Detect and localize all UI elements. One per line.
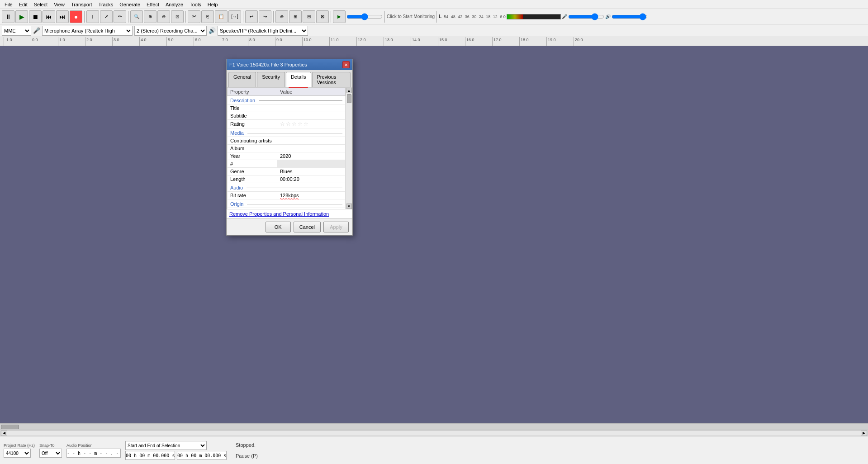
prop-album-value[interactable] — [277, 145, 346, 152]
paste-button[interactable]: 📋 — [215, 10, 228, 23]
dialog-body: Property Value Description Title — [227, 87, 352, 218]
scroll-up-arrow[interactable]: ▲ — [346, 88, 352, 93]
menu-help[interactable]: Help — [205, 1, 221, 8]
mic-icon-device: 🎤 — [33, 27, 40, 34]
tab-previous-versions[interactable]: Previous Versions — [312, 72, 351, 87]
snap-to-select[interactable]: Off — [39, 449, 62, 458]
scroll-left-button[interactable]: ◀ — [1, 431, 7, 436]
menu-analyze[interactable]: Analyze — [163, 1, 186, 8]
zoom-in-button[interactable]: ⊕ — [144, 10, 157, 23]
menu-view[interactable]: View — [51, 1, 67, 8]
prop-track-value[interactable] — [277, 160, 346, 168]
row-track-number: # — [228, 160, 346, 168]
play-speed-button[interactable]: ▶ — [333, 10, 346, 23]
ruler-tick-6: 6.0 — [194, 37, 221, 46]
skip-start-button[interactable]: ⏮ — [43, 10, 55, 23]
redo-button[interactable]: ↪ — [259, 10, 271, 23]
channels-select[interactable]: 2 (Stereo) Recording Cha... — [134, 26, 207, 36]
zoom-out-button[interactable]: ⊖ — [157, 10, 170, 23]
ok-button[interactable]: OK — [266, 222, 291, 232]
separator-2 — [128, 11, 128, 23]
apply-button[interactable]: Apply — [323, 222, 349, 232]
cut-button[interactable]: ✂ — [188, 10, 200, 23]
stop-button[interactable]: ⏹ — [29, 10, 42, 23]
tab-details[interactable]: Details — [286, 72, 311, 87]
end-time-input[interactable] — [177, 451, 227, 460]
draw-tool[interactable]: ✏ — [114, 10, 126, 23]
mic-level-slider[interactable] — [568, 14, 604, 19]
dialog-tabs: General Security Details Previous Versio… — [227, 70, 352, 87]
cancel-button[interactable]: Cancel — [294, 222, 321, 232]
prop-artists-value[interactable] — [277, 137, 346, 145]
selection-mode-select[interactable]: Start and End of Selection Start and Len… — [125, 441, 207, 450]
tab-general[interactable]: General — [228, 72, 256, 87]
ruler-tick-10: 10.0 — [302, 37, 329, 46]
ruler-tick-0: 0.0 — [31, 37, 58, 46]
prop-mediacreated-value[interactable] — [277, 208, 346, 210]
prop-subtitle-name: Subtitle — [228, 112, 277, 120]
prop-title-value[interactable] — [277, 104, 346, 112]
hscrollbar-thumb[interactable] — [1, 425, 19, 429]
menu-tools[interactable]: Tools — [187, 1, 204, 8]
record-button[interactable]: ● — [70, 10, 82, 23]
speaker-level-slider[interactable] — [612, 14, 648, 19]
menu-bar: File Edit Select View Transport Tracks G… — [0, 0, 868, 9]
scroll-down-arrow[interactable]: ▼ — [346, 204, 352, 209]
prop-track-name: # — [228, 160, 277, 168]
scroll-right-button[interactable]: ▶ — [861, 431, 867, 436]
hscrollbar[interactable] — [0, 423, 868, 430]
prop-genre-value[interactable]: Blues — [277, 168, 346, 175]
copy-button[interactable]: ⎘ — [201, 10, 214, 23]
section-audio-label: Audio — [228, 183, 345, 191]
col-value: Value — [277, 88, 346, 96]
prop-rating-value[interactable]: ☆☆☆☆☆ — [277, 120, 346, 128]
prop-genre-name: Genre — [228, 168, 277, 175]
tab-security[interactable]: Security — [257, 72, 285, 87]
menu-generate[interactable]: Generate — [117, 1, 143, 8]
play-button[interactable]: ▶ — [15, 10, 28, 23]
row-genre: Genre Blues — [228, 168, 346, 175]
ruler-tick-7: 7.0 — [221, 37, 248, 46]
zoom-tool[interactable]: 🔍 — [130, 10, 143, 23]
speed-slider[interactable] — [346, 14, 383, 19]
audio-position-input[interactable] — [66, 449, 121, 458]
trim-button[interactable]: [↔] — [228, 10, 241, 23]
selection-tool[interactable]: I — [86, 10, 99, 23]
undo-button[interactable]: ↩ — [245, 10, 258, 23]
menu-select[interactable]: Select — [31, 1, 51, 8]
lr-label-left: L — [439, 14, 441, 19]
start-time-input[interactable] — [125, 451, 175, 460]
zoom-height-button[interactable]: ⊠ — [316, 10, 329, 23]
speaker-device-select[interactable]: Speaker/HP (Realtek High Defini... — [218, 26, 308, 36]
recording-level-meter[interactable] — [507, 14, 561, 19]
dialog-close-button[interactable]: ✕ — [342, 61, 350, 68]
menu-transport[interactable]: Transport — [68, 1, 95, 8]
prop-year-value[interactable]: 2020 — [277, 152, 346, 160]
mic-device-select[interactable]: Microphone Array (Realtek High — [42, 26, 133, 36]
zoom-fit-button[interactable]: ⊞ — [289, 10, 302, 23]
ruler-tick-13: 13.0 — [384, 37, 411, 46]
envelope-tool[interactable]: ⤢ — [100, 10, 113, 23]
pause-button[interactable]: ⏸ — [2, 10, 14, 23]
menu-file[interactable]: File — [2, 1, 15, 8]
section-audio: Audio — [228, 183, 346, 192]
menu-effect[interactable]: Effect — [144, 1, 162, 8]
workspace — [0, 46, 868, 430]
ruler-tick-2: 2.0 — [85, 37, 112, 46]
row-subtitle: Subtitle — [228, 112, 346, 120]
project-rate-select[interactable]: 44100 — [4, 449, 31, 458]
zoom-width-button[interactable]: ⊟ — [303, 10, 315, 23]
remove-properties-link[interactable]: Remove Properties and Personal Informati… — [227, 209, 352, 218]
mic-icon: 🎤 — [562, 14, 567, 19]
menu-tracks[interactable]: Tracks — [96, 1, 116, 8]
menu-edit[interactable]: Edit — [16, 1, 30, 8]
props-scrollbar[interactable]: ▲ ▼ — [346, 88, 352, 209]
ruler-tick-9: 9.0 — [275, 37, 302, 46]
row-bitrate: Bit rate 128kbps — [228, 192, 346, 199]
prop-subtitle-value[interactable] — [277, 112, 346, 120]
skip-end-button[interactable]: ⏭ — [56, 10, 69, 23]
zoom-sel-button[interactable]: ⊕ — [275, 10, 288, 23]
host-select[interactable]: MME — [2, 26, 31, 36]
fit-project-button[interactable]: ⊡ — [171, 10, 184, 23]
scroll-thumb[interactable] — [347, 94, 351, 103]
